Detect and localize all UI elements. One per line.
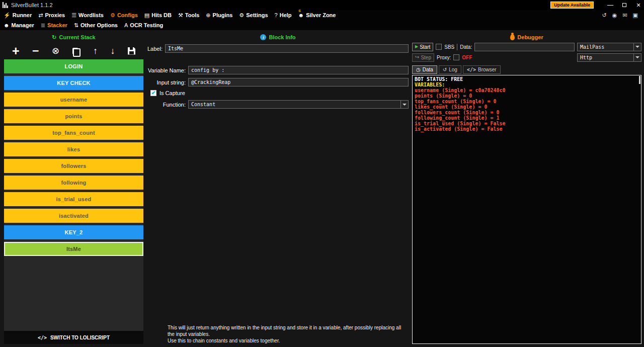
menu-item-configs[interactable]: ⚙Configs: [110, 12, 138, 19]
current-stack-icon: ↻: [52, 34, 56, 41]
tab-label: Data: [423, 67, 433, 72]
stack-block-username[interactable]: username: [4, 93, 143, 107]
stack-block-label: KEY CHECK: [57, 80, 90, 86]
stack-block-is-trial-used[interactable]: is_trial_used: [4, 192, 143, 206]
menu-label: Plugins: [213, 12, 233, 18]
tab-log[interactable]: ↺ Log: [439, 65, 461, 74]
console-scrollbar[interactable]: [639, 76, 640, 84]
stack-block-top-fans-count[interactable]: top_fans_count: [4, 126, 143, 140]
runner-icon: ⚡: [4, 12, 11, 19]
menu-item-tools[interactable]: ⚒Tools: [178, 12, 199, 19]
wordlist-type-dropdown[interactable]: MailPass: [577, 43, 641, 51]
console-variable: followers_count (Single) = 0: [415, 110, 639, 115]
stack-block-itsme[interactable]: ItsMe: [4, 242, 143, 256]
move-down-button[interactable]: ↓: [110, 46, 115, 55]
is-capture-label: Is Capture: [159, 90, 185, 96]
current-stack-title: Current Stack: [59, 34, 96, 40]
stack-list: LOGIN KEY CHECK username points top_fans…: [4, 59, 143, 331]
menu-item-proxies[interactable]: ⇄Proxies: [38, 12, 65, 19]
move-up-button[interactable]: ↑: [93, 46, 98, 55]
close-button[interactable]: ×: [633, 0, 644, 10]
app-logo-icon: [3, 2, 8, 8]
tab-manager[interactable]: ☻Manager: [4, 22, 34, 28]
stack-block-following[interactable]: following: [4, 176, 143, 190]
debugger-row-start: ▶ Start SBS Data: MailPass: [412, 42, 641, 51]
label-field-row: Label:: [147, 44, 409, 53]
menu-item-help[interactable]: ?Help: [275, 12, 292, 18]
stack-panel: ↻ Current Stack + − ⊗ ↑ ↓ LOGIN KEY CHEC…: [4, 32, 143, 347]
console-variable: likes_count (Single) = 0: [415, 104, 639, 110]
monitor-icon[interactable]: ▣: [633, 12, 638, 19]
input-string-label: Input string:: [147, 79, 186, 85]
proxy-checkbox[interactable]: [453, 54, 459, 60]
stack-block-key-check[interactable]: KEY CHECK: [4, 76, 143, 90]
debugger-console: BOT STATUS: FREE VARIABLES: username (Si…: [412, 75, 641, 344]
data-label: Data:: [460, 44, 472, 50]
history-icon[interactable]: ↺: [602, 12, 607, 19]
menu-item-settings[interactable]: ⚙Settings: [239, 12, 268, 19]
proxy-label: Proxy:: [437, 55, 451, 60]
chat-icon[interactable]: ✉: [622, 12, 627, 19]
step-button[interactable]: ↪ Step: [412, 53, 434, 62]
browser-tab-icon: </>: [467, 67, 476, 72]
variable-name-input[interactable]: [188, 66, 409, 74]
stack-block-login[interactable]: LOGIN: [4, 59, 143, 73]
bug-icon: [510, 34, 515, 40]
update-available-button[interactable]: Update Available: [550, 2, 594, 9]
menu-item-wordlists[interactable]: ☰Wordlists: [71, 12, 104, 19]
function-description: This will just return anything written i…: [168, 324, 405, 344]
proxies-icon: ⇄: [38, 12, 43, 19]
start-button[interactable]: ▶ Start: [412, 43, 433, 51]
tab-ocr-testing[interactable]: AOCR Testing: [124, 22, 163, 28]
stack-block-points[interactable]: points: [4, 109, 143, 123]
label-input[interactable]: [165, 44, 409, 53]
menu-item-hits-db[interactable]: ▤Hits DB: [144, 12, 172, 19]
minimize-button[interactable]: —: [605, 0, 616, 10]
menu-item-runner[interactable]: ⚡Runner: [4, 12, 32, 19]
function-description-line1: This will just return anything written i…: [168, 324, 405, 337]
tab-stacker[interactable]: ≣Stacker: [41, 22, 67, 29]
settings-icon: ⚙: [239, 12, 244, 19]
stack-block-isactivated[interactable]: isactivated: [4, 209, 143, 223]
add-block-button[interactable]: +: [12, 45, 20, 57]
menu-label: Other Options: [80, 22, 118, 28]
stack-block-label: username: [60, 97, 88, 103]
stack-block-followers[interactable]: followers: [4, 159, 143, 173]
stack-block-key-2[interactable]: KEY_2: [4, 225, 143, 239]
block-info-header: i Block Info: [147, 32, 409, 42]
function-dropdown[interactable]: Constant: [188, 100, 409, 109]
play-icon: ▶: [415, 45, 418, 49]
menu-item-plugins[interactable]: ⊕Plugins: [206, 12, 232, 19]
tab-data[interactable]: ◷ Data: [412, 65, 437, 74]
stack-block-label: top_fans_count: [52, 130, 95, 136]
proxy-type-dropdown[interactable]: Http: [577, 53, 641, 62]
remove-block-button[interactable]: −: [32, 45, 39, 57]
help-icon: ?: [275, 12, 278, 18]
duplicate-block-button[interactable]: [72, 48, 80, 54]
stack-block-likes[interactable]: likes: [4, 142, 143, 156]
console-variable: is_trial_used (Single) = False: [415, 121, 639, 126]
menu-label: Configs: [117, 12, 138, 18]
minimize-icon: —: [607, 2, 613, 9]
menu-item-silver-zone[interactable]: 6☻Silver Zone: [298, 12, 336, 18]
debugger-tabs: ◷ Data ↺ Log </> Browser: [412, 65, 641, 74]
other-options-icon: ⇅: [74, 22, 78, 29]
chevron-down-icon: [633, 43, 641, 51]
maximize-button[interactable]: [619, 0, 630, 10]
is-capture-checkbox[interactable]: [150, 90, 156, 96]
save-stack-button[interactable]: [128, 47, 135, 55]
input-string-input[interactable]: [188, 78, 409, 86]
switch-to-loliscript-button[interactable]: </> SWITCH TO LOLISCRIPT: [4, 331, 143, 344]
sbs-checkbox[interactable]: [436, 44, 442, 50]
camera-icon[interactable]: ◉: [612, 12, 617, 19]
tab-browser[interactable]: </> Browser: [463, 65, 501, 74]
stack-block-label: is_trial_used: [56, 196, 92, 202]
menu-label: Runner: [13, 12, 32, 18]
debugger-panel: Debugger ▶ Start SBS Data: MailPass: [412, 32, 641, 347]
sub-toolbar: ☻Manager ≣Stacker ⇅Other Options AOCR Te…: [0, 20, 644, 30]
tab-other-options[interactable]: ⇅Other Options: [74, 22, 118, 29]
silverbullet-window: SilverBullet 1.1.2 Update Available — × …: [0, 0, 644, 347]
debugger-header: Debugger: [412, 32, 641, 42]
data-input[interactable]: [474, 43, 575, 51]
clear-stack-button[interactable]: ⊗: [52, 46, 59, 55]
